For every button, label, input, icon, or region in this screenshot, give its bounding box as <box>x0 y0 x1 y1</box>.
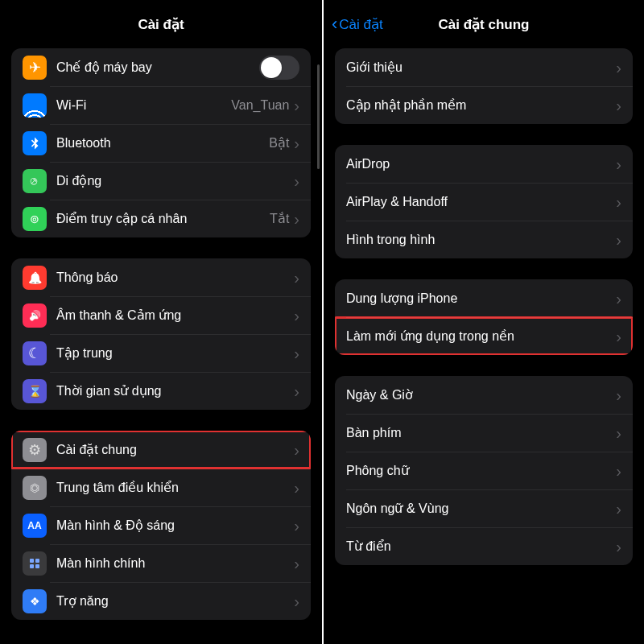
gear-icon <box>23 438 47 462</box>
bluetooth-icon <box>23 131 47 155</box>
cellular-row[interactable]: Di động› <box>11 162 311 200</box>
accessibility-row[interactable]: Trợ năng› <box>11 582 311 620</box>
chevron-right-icon: › <box>616 194 621 210</box>
chevron-right-icon: › <box>616 539 621 555</box>
iphone-storage-row[interactable]: Dung lượng iPhone› <box>335 279 633 317</box>
row-label: Điểm truy cập cá nhân <box>56 211 270 226</box>
airplane-icon <box>23 56 47 80</box>
airplay-handoff-row[interactable]: AirPlay & Handoff› <box>335 183 633 221</box>
accessibility-icon <box>23 589 47 613</box>
page-title: Cài đặt chung <box>439 16 530 33</box>
row-label: Tập trung <box>56 345 294 361</box>
aa-icon <box>23 514 47 538</box>
settings-list[interactable]: Chế độ máy bayWi-FiVan_Tuan›BluetoothBật… <box>0 48 322 620</box>
wifi-row[interactable]: Wi-FiVan_Tuan› <box>11 86 311 124</box>
chevron-right-icon: › <box>616 463 621 479</box>
chevron-right-icon: › <box>294 173 299 189</box>
dictionary-row[interactable]: Từ điển› <box>335 527 633 565</box>
grid-icon <box>23 551 47 576</box>
focus-row[interactable]: Tập trung› <box>11 334 311 372</box>
row-label: Trung tâm điều khiển <box>56 480 294 495</box>
chevron-right-icon: › <box>294 442 299 458</box>
keyboard-row[interactable]: Bàn phím› <box>335 414 633 452</box>
bluetooth-row[interactable]: BluetoothBật› <box>11 124 311 162</box>
row-label: Màn hình & Độ sáng <box>56 518 294 533</box>
back-label: Cài đặt <box>339 16 382 33</box>
software-update-row[interactable]: Cập nhật phần mềm› <box>335 86 633 124</box>
row-label: Cài đặt chung <box>56 442 294 457</box>
row-value: Tắt <box>270 211 289 226</box>
settings-group: AirDrop›AirPlay & Handoff›Hình trong hìn… <box>335 145 633 258</box>
row-label: Màn hình chính <box>56 556 294 571</box>
page-title: Cài đặt <box>138 16 184 33</box>
settings-group: Dung lượng iPhone›Làm mới ứng dụng trong… <box>335 279 633 355</box>
bell-icon <box>23 266 47 290</box>
pip-row[interactable]: Hình trong hình› <box>335 221 633 258</box>
about-row[interactable]: Giới thiệu› <box>335 48 633 86</box>
moon-icon <box>23 341 47 365</box>
settings-group: Giới thiệu›Cập nhật phần mềm› <box>335 48 633 124</box>
chevron-right-icon: › <box>616 156 621 172</box>
language-region-row[interactable]: Ngôn ngữ & Vùng› <box>335 489 633 527</box>
fonts-row[interactable]: Phông chữ› <box>335 452 633 489</box>
settings-group: Ngày & Giờ›Bàn phím›Phông chữ›Ngôn ngữ &… <box>335 376 633 565</box>
screen-time-row[interactable]: Thời gian sử dụng› <box>11 372 311 410</box>
sliders-icon <box>23 476 47 500</box>
wifi-icon <box>23 93 47 118</box>
nav-bar: Cài đặt <box>0 0 322 48</box>
settings-group: Thông báo›Âm thanh & Cảm ứng›Tập trung›T… <box>11 258 311 410</box>
row-label: Từ điển <box>346 539 616 554</box>
airplane-mode-row[interactable]: Chế độ máy bay <box>11 48 311 86</box>
row-label: Bàn phím <box>346 426 616 440</box>
antenna-icon <box>23 169 47 193</box>
chevron-right-icon: › <box>616 60 621 76</box>
row-label: Wi-Fi <box>56 98 231 113</box>
row-label: Bluetooth <box>56 136 269 151</box>
row-value: Bật <box>269 135 289 151</box>
airdrop-row[interactable]: AirDrop› <box>335 145 633 183</box>
row-label: Chế độ máy bay <box>56 60 259 75</box>
chevron-right-icon: › <box>294 211 299 227</box>
row-label: AirPlay & Handoff <box>346 195 616 209</box>
hotspot-row[interactable]: Điểm truy cập cá nhânTắt› <box>11 200 311 237</box>
hotspot-icon <box>23 207 47 231</box>
background-app-refresh-row[interactable]: Làm mới ứng dụng trong nền› <box>335 317 633 355</box>
chevron-right-icon: › <box>616 501 621 517</box>
chevron-right-icon: › <box>294 270 299 286</box>
chevron-right-icon: › <box>616 387 621 403</box>
chevron-right-icon: › <box>616 328 621 345</box>
sounds-row[interactable]: Âm thanh & Cảm ứng› <box>11 296 311 334</box>
general-settings-list[interactable]: Giới thiệu›Cập nhật phần mềm›AirDrop›Air… <box>324 48 644 565</box>
row-label: AirDrop <box>346 157 616 171</box>
scrollbar[interactable] <box>317 64 320 169</box>
chevron-right-icon: › <box>294 345 299 361</box>
row-label: Di động <box>56 173 294 188</box>
row-label: Thời gian sử dụng <box>56 383 294 398</box>
chevron-right-icon: › <box>294 518 299 534</box>
general-settings-screen: ‹ Cài đặt Cài đặt chung Giới thiệu›Cập n… <box>322 0 644 644</box>
hourglass-icon <box>23 379 47 403</box>
chevron-right-icon: › <box>294 97 299 114</box>
notifications-row[interactable]: Thông báo› <box>11 258 311 296</box>
home-screen-row[interactable]: Màn hình chính› <box>11 544 311 582</box>
row-value: Van_Tuan <box>231 98 289 113</box>
row-label: Thông báo <box>56 270 294 285</box>
row-label: Âm thanh & Cảm ứng <box>56 308 294 323</box>
chevron-right-icon: › <box>616 232 621 248</box>
row-label: Dung lượng iPhone <box>346 291 616 306</box>
back-button[interactable]: ‹ Cài đặt <box>332 0 383 48</box>
row-label: Cập nhật phần mềm <box>346 97 616 113</box>
chevron-right-icon: › <box>294 480 299 496</box>
control-center-row[interactable]: Trung tâm điều khiển› <box>11 469 311 506</box>
toggle[interactable] <box>259 56 299 80</box>
chevron-right-icon: › <box>294 555 299 572</box>
chevron-right-icon: › <box>294 308 299 324</box>
date-time-row[interactable]: Ngày & Giờ› <box>335 376 633 414</box>
row-label: Hình trong hình <box>346 233 616 247</box>
display-row[interactable]: Màn hình & Độ sáng› <box>11 506 311 544</box>
chevron-right-icon: › <box>616 97 621 114</box>
general-row[interactable]: Cài đặt chung› <box>11 431 311 469</box>
settings-group: Cài đặt chung›Trung tâm điều khiển›Màn h… <box>11 431 311 620</box>
settings-group: Chế độ máy bayWi-FiVan_Tuan›BluetoothBật… <box>11 48 311 237</box>
chevron-right-icon: › <box>294 383 299 399</box>
